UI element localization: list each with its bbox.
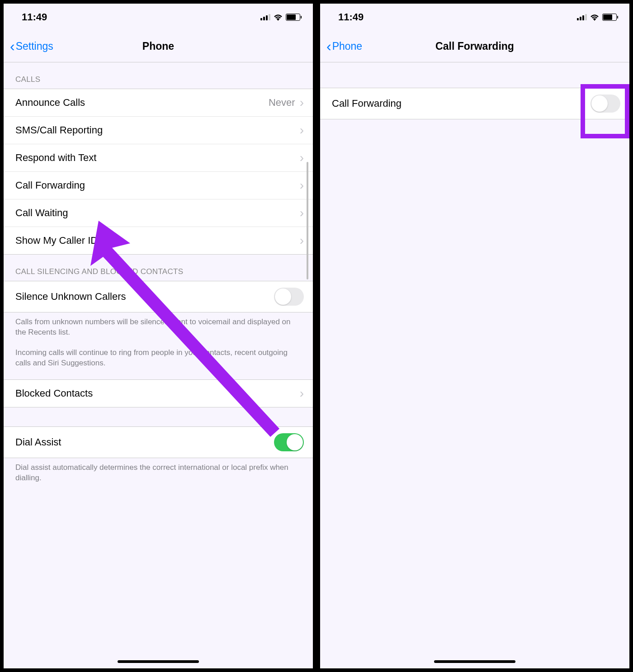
section-header-calls: CALLS [4, 62, 313, 89]
status-icons [577, 14, 617, 21]
nav-bar: ‹ Settings Phone [4, 31, 313, 62]
status-icons [260, 14, 300, 21]
row-label: Call Waiting [15, 207, 68, 219]
chevron-left-icon: ‹ [10, 38, 15, 55]
back-button[interactable]: ‹ Phone [326, 38, 362, 55]
chevron-right-icon: › [300, 233, 304, 248]
row-call-forwarding[interactable]: Call Forwarding › [4, 172, 313, 199]
blocked-list-group: Blocked Contacts › [4, 379, 313, 407]
phone-frame-left: 11:49 ‹ Settings Phone CALLS [0, 0, 316, 672]
silence-footer-1: Calls from unknown numbers will be silen… [4, 312, 313, 343]
cellular-signal-icon [577, 14, 587, 20]
chevron-right-icon: › [300, 206, 304, 220]
dial-assist-footer: Dial assist automatically determines the… [4, 458, 313, 489]
silence-list-group: Silence Unknown Callers [4, 281, 313, 312]
row-detail: Never [269, 97, 295, 109]
row-blocked-contacts[interactable]: Blocked Contacts › [4, 380, 313, 407]
status-bar: 11:49 [320, 4, 629, 31]
scrollbar[interactable] [307, 162, 308, 279]
row-dial-assist: Dial Assist [4, 427, 313, 458]
row-label: Show My Caller ID [15, 235, 98, 246]
calls-list-group: Announce Calls Never › SMS/Call Reportin… [4, 89, 313, 255]
nav-bar: ‹ Phone Call Forwarding [320, 31, 629, 62]
row-label: SMS/Call Reporting [15, 124, 103, 136]
phone-frame-right: 11:49 ‹ Phone Call Forwarding [316, 0, 633, 672]
row-label: Call Forwarding [15, 180, 85, 191]
row-label: Blocked Contacts [15, 388, 93, 399]
battery-icon [602, 14, 617, 21]
dial-assist-group: Dial Assist [4, 426, 313, 458]
phone-screen-right: 11:49 ‹ Phone Call Forwarding [320, 4, 629, 668]
chevron-right-icon: › [300, 178, 304, 193]
status-time: 11:49 [16, 11, 47, 23]
row-label: Silence Unknown Callers [15, 291, 126, 303]
back-label: Phone [332, 40, 363, 52]
dial-assist-toggle[interactable] [274, 433, 304, 451]
row-silence-unknown-callers: Silence Unknown Callers [4, 281, 313, 312]
row-call-waiting[interactable]: Call Waiting › [4, 199, 313, 227]
row-show-my-caller-id[interactable]: Show My Caller ID › [4, 227, 313, 254]
back-label: Settings [16, 40, 53, 52]
page-title: Call Forwarding [435, 40, 514, 52]
status-bar: 11:49 [4, 4, 313, 31]
home-indicator[interactable] [434, 660, 515, 663]
row-respond-with-text[interactable]: Respond with Text › [4, 144, 313, 172]
row-label: Dial Assist [15, 436, 61, 448]
home-indicator[interactable] [118, 660, 199, 663]
silence-footer-2: Incoming calls will continue to ring fro… [4, 343, 313, 374]
cellular-signal-icon [260, 14, 270, 20]
row-announce-calls[interactable]: Announce Calls Never › [4, 89, 313, 117]
wifi-icon [273, 14, 283, 21]
row-label: Call Forwarding [332, 98, 402, 109]
settings-content: CALLS Announce Calls Never › SMS/Call Re… [4, 62, 313, 489]
row-sms-call-reporting[interactable]: SMS/Call Reporting › [4, 117, 313, 144]
battery-icon [286, 14, 300, 21]
annotation-highlight-box [581, 84, 629, 138]
wifi-icon [590, 14, 600, 21]
row-label: Announce Calls [15, 97, 85, 109]
status-time: 11:49 [333, 11, 364, 23]
back-button[interactable]: ‹ Settings [10, 38, 53, 55]
phone-screen-left: 11:49 ‹ Settings Phone CALLS [4, 4, 313, 668]
row-label: Respond with Text [15, 152, 96, 164]
chevron-left-icon: ‹ [326, 38, 331, 55]
chevron-right-icon: › [300, 123, 304, 137]
chevron-right-icon: › [300, 386, 304, 401]
chevron-right-icon: › [300, 95, 304, 110]
silence-unknown-callers-toggle[interactable] [274, 288, 304, 306]
section-header-silencing: CALL SILENCING AND BLOCKED CONTACTS [4, 255, 313, 281]
chevron-right-icon: › [300, 151, 304, 165]
page-title: Phone [142, 40, 174, 52]
